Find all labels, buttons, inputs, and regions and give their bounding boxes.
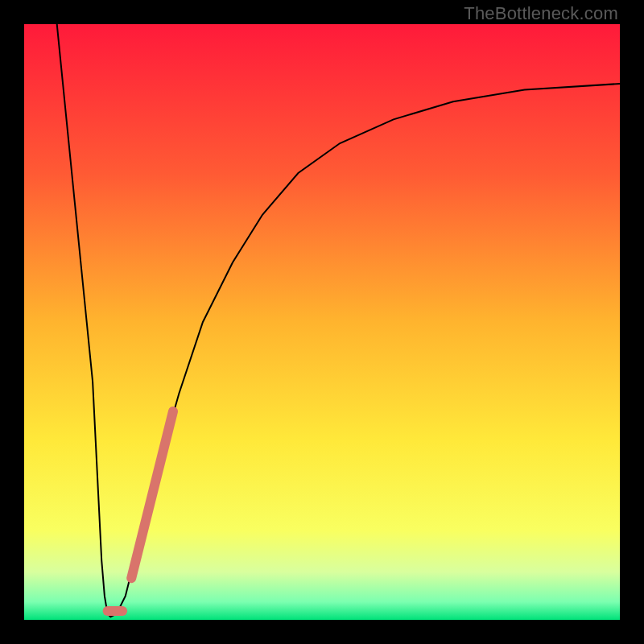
watermark-text: TheBottleneck.com [464, 3, 618, 24]
chart-curves [24, 24, 620, 620]
plot-area [24, 24, 620, 620]
series-highlight-long [131, 411, 173, 578]
chart-frame: TheBottleneck.com [0, 0, 644, 644]
